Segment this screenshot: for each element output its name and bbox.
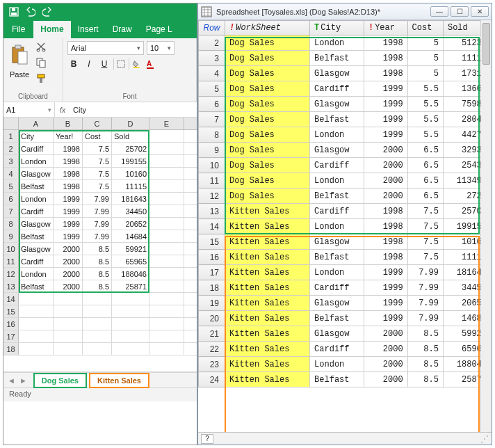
cell[interactable]: Cardiff [19, 255, 54, 267]
cell[interactable]: London [310, 35, 364, 51]
cell[interactable]: City [19, 130, 54, 142]
cell-worksheet[interactable]: Kitten Sales [225, 296, 310, 311]
row-header[interactable]: 18 [3, 343, 19, 355]
tab-nav-prev-icon[interactable]: ◄ [8, 376, 15, 385]
cell[interactable]: Belfast [19, 230, 54, 242]
cell-worksheet[interactable]: Kitten Sales [225, 357, 310, 372]
cell[interactable] [149, 293, 184, 305]
cell[interactable]: 1999 [54, 193, 83, 205]
cell[interactable] [112, 330, 149, 342]
cell[interactable]: London [19, 155, 54, 167]
cell[interactable]: Cardiff [310, 204, 364, 219]
row-number[interactable]: 8 [199, 127, 225, 143]
row-number[interactable]: 20 [199, 311, 225, 326]
cell[interactable]: 1998 [364, 234, 407, 250]
cell[interactable] [149, 130, 184, 142]
cell[interactable]: London [310, 265, 364, 280]
cell[interactable]: Glasgow [310, 326, 364, 342]
table-row[interactable]: 19Kitten SalesGlasgow19997.9920652 [199, 296, 492, 311]
table-row[interactable]: 16 [3, 318, 197, 330]
table-row[interactable]: 18 [3, 343, 197, 355]
cell[interactable]: 7.5 [83, 180, 112, 192]
cell[interactable] [54, 343, 83, 355]
cell[interactable] [149, 230, 184, 242]
help-button[interactable]: ? [201, 434, 213, 444]
row-header[interactable]: 15 [3, 305, 19, 317]
cell[interactable]: 1999 [54, 205, 83, 217]
table-row[interactable]: 5Dog SalesCardiff19995.513664 [199, 81, 492, 97]
row-number[interactable]: 19 [199, 296, 225, 311]
cell[interactable]: 7.5 [83, 143, 112, 154]
cell[interactable] [149, 180, 184, 192]
minimize-button[interactable]: — [430, 6, 448, 17]
cell[interactable]: 59921 [112, 243, 149, 255]
cell[interactable]: Cardiff [310, 158, 364, 173]
table-row[interactable]: 3Dog SalesBelfast1998511114 [199, 51, 492, 66]
cell[interactable]: 181643 [112, 193, 149, 205]
row-header[interactable]: 13 [3, 280, 19, 292]
cell[interactable]: 5 [407, 51, 443, 66]
cell[interactable]: Glasgow [310, 296, 364, 311]
cell[interactable]: 20652 [112, 218, 149, 230]
cell[interactable] [19, 293, 54, 305]
row-header[interactable]: 8 [3, 218, 19, 230]
cell[interactable] [112, 343, 149, 355]
row-header[interactable]: 9 [3, 230, 19, 242]
select-all-corner[interactable] [3, 118, 19, 129]
table-row[interactable]: 7Dog SalesBelfast19995.528044 [199, 112, 492, 127]
col-worksheet[interactable]: !WorkSheet [225, 21, 310, 35]
cell[interactable]: 7.99 [407, 311, 443, 326]
cell-worksheet[interactable]: Kitten Sales [225, 250, 310, 265]
cell[interactable]: 6.5 [407, 189, 443, 204]
cell[interactable] [149, 280, 184, 292]
cell[interactable]: Belfast [310, 372, 364, 387]
table-row[interactable]: 23Kitten SalesLondon20008.5188046 [199, 357, 492, 372]
cell[interactable]: 1999 [364, 97, 407, 112]
cell[interactable]: 5 [407, 66, 443, 81]
cell[interactable]: 1998 [364, 250, 407, 265]
col-header-e[interactable]: E [149, 118, 184, 129]
cell[interactable]: London [310, 357, 364, 372]
table-row[interactable]: 22Kitten SalesCardiff20008.565965 [199, 342, 492, 357]
row-header[interactable]: 16 [3, 318, 19, 330]
cell-worksheet[interactable]: Kitten Sales [225, 311, 310, 326]
cell[interactable]: 7.5 [407, 234, 443, 250]
tab-insert[interactable]: Insert [71, 21, 106, 38]
cell[interactable]: Glasgow [310, 234, 364, 250]
cell[interactable] [19, 343, 54, 355]
name-box[interactable]: A1▾ [3, 102, 55, 117]
cell[interactable] [19, 305, 54, 317]
cell[interactable]: 7.5 [83, 155, 112, 167]
cell[interactable] [83, 343, 112, 355]
tab-nav-next-icon[interactable]: ► [19, 376, 27, 385]
cell[interactable]: 1998 [54, 155, 83, 167]
cell[interactable] [83, 318, 112, 330]
cell[interactable]: Belfast [310, 250, 364, 265]
cell[interactable]: 8.5 [407, 372, 443, 387]
cell[interactable]: 25871 [112, 280, 149, 292]
cell[interactable]: 11115 [112, 180, 149, 192]
row-number[interactable]: 6 [199, 97, 225, 112]
cell[interactable]: Glasgow [19, 218, 54, 230]
row-number[interactable]: 7 [199, 112, 225, 127]
cell[interactable] [54, 293, 83, 305]
cell[interactable]: 8.5 [407, 326, 443, 342]
cell[interactable] [149, 168, 184, 179]
row-number[interactable]: 10 [199, 158, 225, 173]
cell[interactable] [149, 155, 184, 167]
table-row[interactable]: 9Dog SalesGlasgow20006.532937 [199, 143, 492, 158]
underline-button[interactable]: U [98, 58, 111, 70]
row-header[interactable]: 3 [3, 155, 19, 167]
cell[interactable]: Cardiff [310, 81, 364, 97]
cell[interactable] [112, 305, 149, 317]
cell[interactable]: 5.5 [407, 97, 443, 112]
cell[interactable]: 8.5 [83, 243, 112, 255]
cell[interactable]: Sold [112, 130, 149, 142]
cell[interactable]: Cardiff [310, 280, 364, 296]
row-header[interactable]: 10 [3, 243, 19, 255]
row-header[interactable]: 11 [3, 255, 19, 267]
formula-bar[interactable]: City [70, 106, 197, 114]
cell[interactable]: 7.5 [407, 250, 443, 265]
close-button[interactable]: ✕ [471, 6, 489, 17]
cell[interactable]: 1998 [364, 66, 407, 81]
